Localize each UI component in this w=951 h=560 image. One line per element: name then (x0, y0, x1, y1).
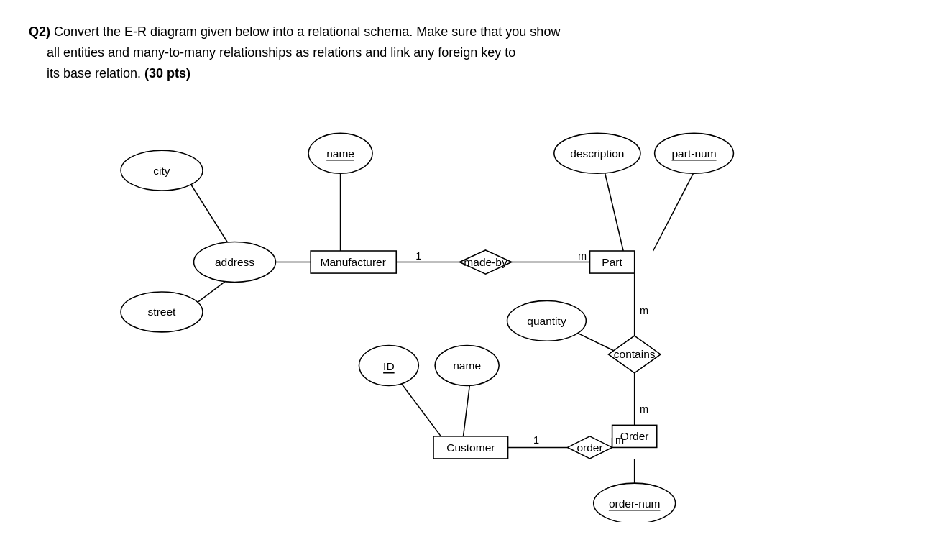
customer-label: Customer (446, 441, 495, 454)
made-by-label: made-by (464, 256, 507, 268)
address-label: address (215, 256, 254, 268)
line-id-customer (396, 377, 441, 436)
contains-label: contains (614, 349, 656, 361)
card-part-m: m (578, 251, 587, 262)
street-label: street (148, 306, 176, 318)
name-cust-label: name (453, 359, 481, 372)
card-mfr-1: 1 (415, 251, 421, 262)
quantity-label: quantity (527, 315, 566, 327)
card-order-m: m (615, 434, 624, 446)
question-text: Q2) Convert the E-R diagram given below … (29, 22, 676, 83)
points: (30 pts) (144, 66, 190, 81)
line-partnum-part (653, 173, 694, 252)
part-num-label: part-num (671, 147, 716, 160)
card-order-contains-m: m (640, 403, 648, 415)
page: Q2) Convert the E-R diagram given below … (0, 0, 951, 543)
question-label: Q2) (29, 24, 50, 39)
card-part-contains-m: m (640, 305, 648, 316)
line-city-address (188, 180, 232, 250)
name-mfr-label: name (326, 147, 354, 160)
city-label: city (153, 165, 170, 177)
er-diagram: Manufacturer Part Customer Order city ad… (43, 105, 906, 522)
line-desc-part (605, 173, 623, 252)
order-rel-label: order (576, 441, 602, 454)
part-label: Part (602, 256, 622, 268)
order-label: Order (620, 431, 649, 443)
id-label: ID (383, 359, 395, 372)
manufacturer-label: Manufacturer (320, 256, 385, 268)
order-num-label: order-num (609, 497, 661, 510)
card-customer-1: 1 (533, 434, 539, 446)
description-label: description (570, 147, 624, 160)
diagram-svg: Manufacturer Part Customer Order city ad… (43, 105, 906, 522)
question-body: Convert the E-R diagram given below into… (29, 24, 560, 81)
